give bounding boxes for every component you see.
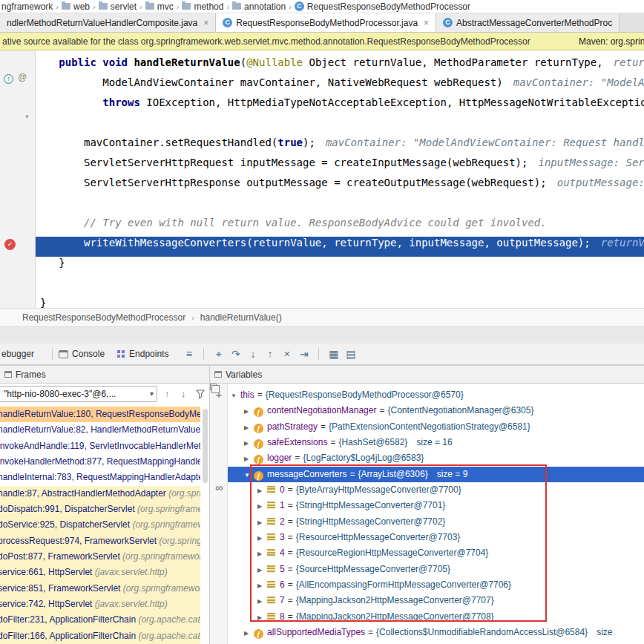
- expand-chevron-icon[interactable]: ▶: [257, 515, 267, 530]
- expand-chevron-icon[interactable]: ▶: [244, 420, 254, 435]
- variable-row[interactable]: ▶fcontentNegotiationManager={ContentNego…: [228, 403, 644, 418]
- stack-frame-row[interactable]: doService:925, DispatcherServlet (org.sp…: [0, 517, 200, 533]
- expand-chevron-icon[interactable]: ▶: [257, 499, 267, 513]
- override-marker-icon[interactable]: ↑: [4, 74, 13, 84]
- close-tab-icon[interactable]: ×: [424, 18, 429, 28]
- stack-frame-row[interactable]: service:661, HttpServlet (javax.servlet.…: [0, 565, 200, 580]
- restore-layout-icon[interactable]: ≡: [180, 348, 197, 360]
- variable-name: safeExtensions: [267, 437, 327, 447]
- variable-row[interactable]: ▶fpathStrategy={PathExtensionContentNego…: [228, 419, 644, 435]
- breadcrumb-item[interactable]: ngframework: [1, 1, 53, 12]
- drop-frame-icon[interactable]: ×: [278, 348, 295, 360]
- variable-row[interactable]: ▶fadvice={RequestResponseBodyAdviceChain…: [228, 640, 644, 644]
- stack-frame-row[interactable]: doFilter:166, ApplicationFilterChain (or…: [0, 628, 200, 644]
- variable-row[interactable]: ▶flogger={LogFactory$Log4jLog@6583}: [228, 450, 644, 466]
- variables-panel-header[interactable]: Variables: [210, 366, 644, 383]
- stack-frame-row[interactable]: handle:87, AbstractHandlerMethodAdapter …: [0, 486, 200, 502]
- filter-frames-icon[interactable]: [196, 390, 205, 401]
- expand-chevron-icon[interactable]: ▶: [257, 530, 267, 545]
- step-over-icon[interactable]: ↷: [227, 348, 244, 360]
- banner-source-link[interactable]: Maven: org.springframework: [573, 36, 644, 47]
- frames-scrollbar[interactable]: [203, 409, 208, 483]
- show-execution-point-icon[interactable]: ⌖: [210, 348, 227, 361]
- stack-frame-row[interactable]: invokeAndHandle:119, ServletInvocableHan…: [0, 438, 200, 454]
- breadcrumb-item[interactable]: servlet: [99, 1, 137, 12]
- variable-row[interactable]: ▶6={AllEncompassingFormHttpMessageConver…: [228, 577, 644, 593]
- breakpoint-icon[interactable]: ✓: [4, 239, 16, 250]
- expand-chevron-icon[interactable]: ▶: [257, 562, 267, 577]
- breadcrumb-item[interactable]: CRequestResponseBodyMethodProcessor: [295, 1, 470, 12]
- collapse-chevron-icon[interactable]: ▼: [244, 467, 254, 482]
- stack-frames-list[interactable]: handleReturnValue:180, RequestResponseBo…: [0, 407, 200, 644]
- thread-selector-dropdown[interactable]: "http-nio-8080-exec-3"@6,... ▾: [0, 386, 157, 402]
- stack-frame-row[interactable]: doFilter:231, ApplicationFilterChain (or…: [0, 612, 200, 628]
- stack-frame-row[interactable]: invokeHandlerMethod:877, RequestMappingH…: [0, 454, 200, 470]
- debug-tab-console[interactable]: Console: [59, 349, 105, 359]
- debug-tab-ebugger[interactable]: ebugger: [1, 349, 34, 359]
- expand-chevron-icon[interactable]: ▶: [257, 594, 267, 608]
- step-into-icon[interactable]: ↓: [244, 348, 261, 360]
- threads-grid-icon[interactable]: ▦: [325, 348, 342, 360]
- stack-frame-row[interactable]: handleReturnValue:82, HandlerMethodRetur…: [0, 422, 200, 438]
- previous-frame-icon[interactable]: ↑: [165, 388, 170, 399]
- variable-row[interactable]: ▶8={MappingJackson2HttpMessageConverter@…: [228, 609, 644, 625]
- expand-chevron-icon[interactable]: ▶: [257, 546, 267, 561]
- layout-settings-icon[interactable]: ▤: [342, 348, 359, 360]
- collapse-chevron-icon[interactable]: ▼: [231, 388, 240, 403]
- variable-value: {Collections$UnmodifiableRandomAccessLis…: [376, 627, 588, 637]
- frame-location: invokeAndHandle:119, ServletInvocableHan…: [0, 441, 200, 451]
- variable-row[interactable]: ▶3={ResourceHttpMessageConverter@7703}: [228, 530, 644, 545]
- stack-frame-row[interactable]: service:742, HttpServlet (javax.servlet.…: [0, 597, 200, 612]
- frames-panel-header[interactable]: Frames: [0, 366, 210, 383]
- stack-frame-row[interactable]: doDispatch:991, DispatcherServlet (org.s…: [0, 502, 200, 517]
- stack-frame-row[interactable]: handleReturnValue:180, RequestResponseBo…: [0, 407, 200, 422]
- expand-chevron-icon[interactable]: ▶: [257, 610, 267, 625]
- variable-row[interactable]: ▶2={StringHttpMessageConverter@7702}: [228, 514, 644, 530]
- editor-tab[interactable]: ndlerMethodReturnValueHandlerComposite.j…: [0, 13, 216, 32]
- expand-chevron-icon[interactable]: ▶: [244, 625, 254, 640]
- variables-tree[interactable]: ▼this={RequestResponseBodyMethodProcesso…: [228, 384, 644, 644]
- expand-chevron-icon[interactable]: ▶: [257, 578, 267, 593]
- copy-value-icon[interactable]: [210, 384, 217, 390]
- infinity-icon[interactable]: ∞: [210, 482, 228, 493]
- frame-package: (org.apache.catalina.core): [138, 614, 200, 625]
- breadcrumb-item[interactable]: annotation: [232, 1, 286, 12]
- breadcrumb-item[interactable]: web: [62, 1, 90, 12]
- expand-chevron-icon[interactable]: ▶: [244, 404, 254, 418]
- code-editor[interactable]: ↑ @ ▾ ✓ @Overridepublic void handleRetur…: [0, 50, 644, 308]
- stack-frame-row[interactable]: doPost:877, FrameworkServlet (org.spring…: [0, 549, 200, 565]
- stack-frame-row[interactable]: handleInternal:783, RequestMappingHandle…: [0, 470, 200, 485]
- code-area[interactable]: @Overridepublic void handleReturnValue(@…: [36, 50, 644, 308]
- breadcrumb-item[interactable]: handleReturnValue(): [200, 312, 282, 323]
- expand-chevron-icon[interactable]: ▶: [244, 451, 254, 466]
- variable-value: {StringHttpMessageConverter@7702}: [296, 516, 446, 527]
- expand-chevron-icon[interactable]: ▶: [257, 483, 267, 498]
- breadcrumb-item[interactable]: method: [182, 1, 223, 12]
- equals-sign: =: [288, 611, 293, 622]
- variable-row[interactable]: ▼fmessageConverters={ArrayList@6306}size…: [228, 467, 644, 482]
- next-frame-icon[interactable]: ↓: [181, 388, 186, 399]
- breadcrumb-item[interactable]: mvc: [145, 1, 174, 12]
- editor-tab[interactable]: CRequestResponseBodyMethodProcessor.java…: [216, 13, 436, 32]
- expand-chevron-icon[interactable]: ▶: [244, 436, 254, 450]
- variable-value: {ByteArrayHttpMessageConverter@7700}: [296, 484, 461, 495]
- variable-row[interactable]: ▶0={ByteArrayHttpMessageConverter@7700}: [228, 482, 644, 498]
- step-out-icon[interactable]: ↑: [261, 348, 278, 360]
- variable-value: {ContentNegotiationManager@6305}: [387, 405, 533, 415]
- variable-row[interactable]: ▶fallSupportedMediaTypes={Collections$Un…: [228, 625, 644, 640]
- debug-tab-endpoints[interactable]: Endpoints: [116, 349, 168, 359]
- variable-row[interactable]: ▼this={RequestResponseBodyMethodProcesso…: [228, 387, 644, 403]
- run-to-cursor-icon[interactable]: ⇥: [295, 348, 312, 360]
- breadcrumb-item[interactable]: RequestResponseBodyMethodProcessor: [22, 312, 185, 323]
- close-tab-icon[interactable]: ×: [203, 18, 208, 28]
- variable-row[interactable]: ▶4={ResourceRegionHttpMessageConverter@7…: [228, 545, 644, 561]
- variable-row[interactable]: ▶1={StringHttpMessageConverter@7701}: [228, 498, 644, 513]
- stack-frame-row[interactable]: processRequest:974, FrameworkServlet (or…: [0, 533, 200, 549]
- expand-chevron-icon[interactable]: ▶: [244, 641, 254, 644]
- variable-row[interactable]: ▶7={MappingJackson2HttpMessageConverter@…: [228, 593, 644, 608]
- variable-row[interactable]: ▶5={SourceHttpMessageConverter@7705}: [228, 562, 644, 577]
- variable-row[interactable]: ▶fsafeExtensions={HashSet@6582}size = 16: [228, 435, 644, 450]
- editor-tab[interactable]: CAbstractMessageConverterMethodProc: [436, 13, 620, 32]
- fold-arrow-icon[interactable]: ▾: [25, 113, 29, 120]
- stack-frame-row[interactable]: service:851, FrameworkServlet (org.sprin…: [0, 581, 200, 597]
